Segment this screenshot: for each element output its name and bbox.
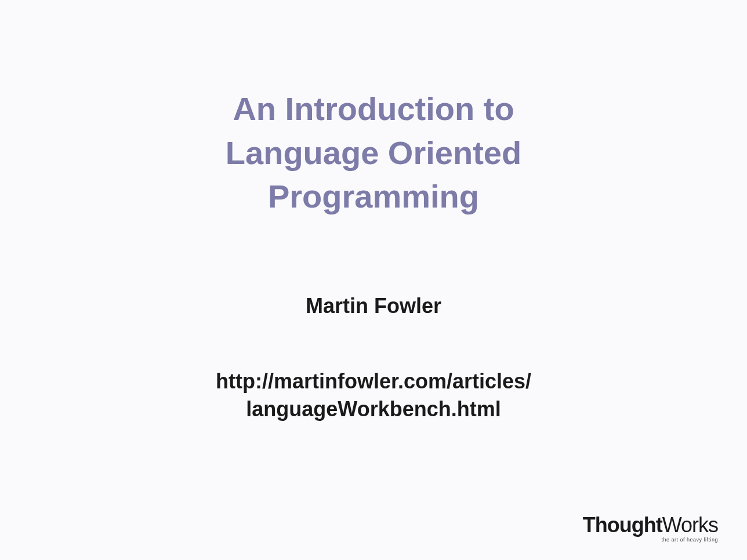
slide-title: An Introduction to Language Oriented Pro… — [226, 87, 521, 219]
logo-brand-light: Works — [662, 513, 718, 537]
logo-tagline: the art of heavy lifting — [661, 537, 718, 543]
reference-url: http://martinfowler.com/articles/ langua… — [216, 368, 531, 424]
company-logo: ThoughtWorks the art of heavy lifting — [583, 515, 718, 543]
presentation-slide: An Introduction to Language Oriented Pro… — [0, 0, 747, 560]
logo-text: ThoughtWorks — [583, 515, 718, 536]
logo-brand-bold: Thought — [583, 513, 662, 537]
url-line-2: languageWorkbench.html — [246, 397, 501, 421]
author-name: Martin Fowler — [306, 294, 441, 318]
title-line-2: Language Oriented — [226, 134, 521, 171]
url-line-1: http://martinfowler.com/articles/ — [216, 369, 531, 393]
title-line-1: An Introduction to — [233, 90, 514, 127]
title-line-3: Programming — [268, 178, 479, 214]
